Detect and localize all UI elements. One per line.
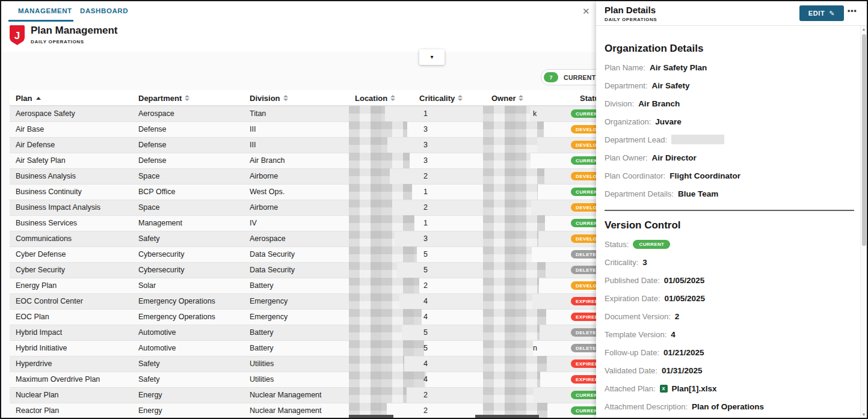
table-row[interactable]: Business AnalysisSpaceAirborne2DEVELOPME… [10, 168, 597, 184]
cell-plan: EOC Control Center [16, 293, 83, 309]
cell-plan: Business Impact Analysis [16, 200, 100, 215]
scroll-down-icon[interactable]: ▼ [861, 412, 867, 417]
bottom-redaction-bar [349, 415, 393, 418]
table-row[interactable]: Maximum Overdrive PlanSafetyUtilities4EX… [10, 372, 597, 387]
field-label: Plan Owner: [605, 153, 648, 162]
plans-table: Plan Department Division Location Critic… [10, 90, 597, 418]
cell-criticality: 2 [423, 387, 428, 403]
status-badge: CURRENT [571, 109, 597, 118]
expand-toolbar-button[interactable]: ▾ [419, 49, 445, 65]
redacted-owner [483, 293, 532, 309]
table-row[interactable]: Air DefenseDefenseIII3DEVELOPMENT [10, 137, 597, 153]
chevron-down-icon: ▾ [430, 54, 433, 60]
version-control-heading: Version Control [605, 219, 854, 231]
panel-scrollbar[interactable]: ▲ ▼ [860, 26, 867, 418]
status-badge: DELETED [571, 328, 597, 337]
page-title: Plan Management [31, 25, 118, 37]
cell-criticality: 5 [423, 246, 428, 262]
cell-department: Safety [138, 231, 159, 246]
scrollbar-thumb[interactable] [862, 34, 866, 246]
cell-division: III [250, 137, 256, 153]
cell-department: Space [138, 168, 159, 184]
column-header-status[interactable]: Status [580, 90, 597, 106]
cell-plan: Business Analysis [16, 168, 76, 184]
table-row[interactable]: Nuclear PlanEnergyNuclear Management2CUR… [10, 387, 597, 403]
redacted-location [349, 184, 412, 200]
table-header-row: Plan Department Division Location Critic… [10, 90, 597, 106]
cell-division: Emergency [250, 309, 288, 325]
table-row[interactable]: EOC PlanEmergency OperationsEmergency4EX… [10, 309, 597, 325]
redacted-location [349, 340, 424, 356]
field-value: 4 [671, 330, 676, 339]
cell-department: Safety [138, 356, 159, 372]
column-header-owner[interactable]: Owner [491, 90, 523, 106]
cell-owner-suffix: n [533, 340, 537, 356]
tab-management[interactable]: MANAGEMENT [18, 1, 72, 20]
detail-field: Follow-up Date:01/21/2025 [605, 343, 854, 361]
field-value: 01/21/2025 [663, 348, 704, 357]
table-row[interactable]: Cyber DefenseCybersecurityData Security5… [10, 246, 597, 262]
cell-department: Automotive [138, 340, 176, 356]
table-row[interactable]: Aerospace SafetyAerospaceTitan1kCURRENT [10, 106, 597, 121]
status-badge: EXPIRED [571, 375, 597, 384]
column-header-criticality[interactable]: Criticality [419, 90, 463, 106]
status-badge: DEVELOPMENT [571, 141, 597, 149]
field-label: Organization: [605, 117, 651, 126]
redacted-owner [483, 200, 531, 215]
panel-title: Plan Details [605, 5, 656, 15]
field-value[interactable]: Plan[1].xlsx [672, 384, 717, 393]
current-filter-pill[interactable]: 7 CURRENT [541, 69, 597, 85]
cell-criticality: 2 [423, 200, 428, 215]
plan-details-panel: Plan Details DAILY OPERATIONS EDIT ✎ •••… [596, 1, 867, 418]
cell-department: BCP Office [138, 184, 175, 200]
excel-file-icon: x [660, 385, 668, 393]
status-badge: EXPIRED [571, 313, 597, 321]
table-row[interactable]: Air BaseDefenseIII3DEVELOPMENT [10, 121, 597, 137]
table-row[interactable]: Hybrid InitiativeAutomotiveBattery5nDELE… [10, 340, 597, 356]
edit-button[interactable]: EDIT ✎ [799, 5, 844, 21]
cell-criticality: 1 [423, 184, 428, 200]
table-row[interactable]: Hybrid ImpactAutomotiveBattery5DELETED [10, 325, 597, 340]
column-header-plan[interactable]: Plan [16, 90, 41, 106]
detail-field: Attached Plan:xPlan[1].xlsx [605, 379, 854, 397]
cell-criticality: 1 [423, 106, 428, 121]
table-row[interactable]: Cyber SecurityCybersecurityData Security… [10, 262, 597, 278]
detail-field: Department Details:Blue Team [605, 185, 854, 203]
status-badge: CURRENT [571, 391, 597, 399]
sort-icon [519, 95, 523, 101]
cell-division: III [250, 121, 256, 137]
cell-plan: Energy Plan [16, 278, 57, 293]
table-row[interactable]: Business Impact AnalysisSpaceAirborne2DE… [10, 200, 597, 215]
table-row[interactable]: Air Safety PlanDefenseAir Branch3CURRENT [10, 153, 597, 168]
status-badge: DEVELOPMENT [571, 281, 597, 290]
field-label: Attached Plan: [605, 384, 656, 393]
column-header-division[interactable]: Division [250, 90, 288, 106]
close-icon[interactable]: ✕ [582, 7, 590, 16]
tab-dashboard[interactable]: DASHBOARD [80, 1, 128, 20]
detail-field: Department Lead: [605, 130, 854, 148]
more-options-icon[interactable]: ••• [848, 7, 857, 15]
table-row[interactable]: HyperdriveSafetyUtilities4EXPIRED [10, 356, 597, 372]
redacted-location [349, 231, 395, 246]
redacted-owner [483, 309, 546, 325]
scroll-up-icon[interactable]: ▲ [861, 27, 867, 31]
redacted-owner [483, 325, 540, 340]
field-label: Plan Coordinator: [605, 171, 665, 180]
redacted-location [349, 153, 410, 168]
table-row[interactable]: Business ServicesManagementIV1CURRENT [10, 215, 597, 231]
cell-plan: Business Services [16, 215, 77, 231]
redacted-location [349, 121, 407, 137]
table-row[interactable]: CommunicationsSafetyAerospace3DEVELOPMEN… [10, 231, 597, 246]
cell-division: Emergency [250, 293, 288, 309]
redacted-location [349, 106, 385, 121]
table-row[interactable]: Energy PlanSolarBattery2DEVELOPMENT [10, 278, 597, 293]
column-header-department[interactable]: Department [138, 90, 189, 106]
cell-criticality: 2 [423, 403, 428, 418]
cell-department: Safety [138, 372, 159, 387]
redacted-owner [483, 262, 546, 278]
app-window: MANAGEMENT DASHBOARD ✕ J Plan Management… [0, 0, 868, 419]
detail-field: Department:Air Safety [605, 76, 854, 94]
table-row[interactable]: EOC Control CenterEmergency OperationsEm… [10, 293, 597, 309]
column-header-location[interactable]: Location [355, 90, 395, 106]
table-row[interactable]: Business ContinuityBCP OfficeWest Ops.1C… [10, 184, 597, 200]
